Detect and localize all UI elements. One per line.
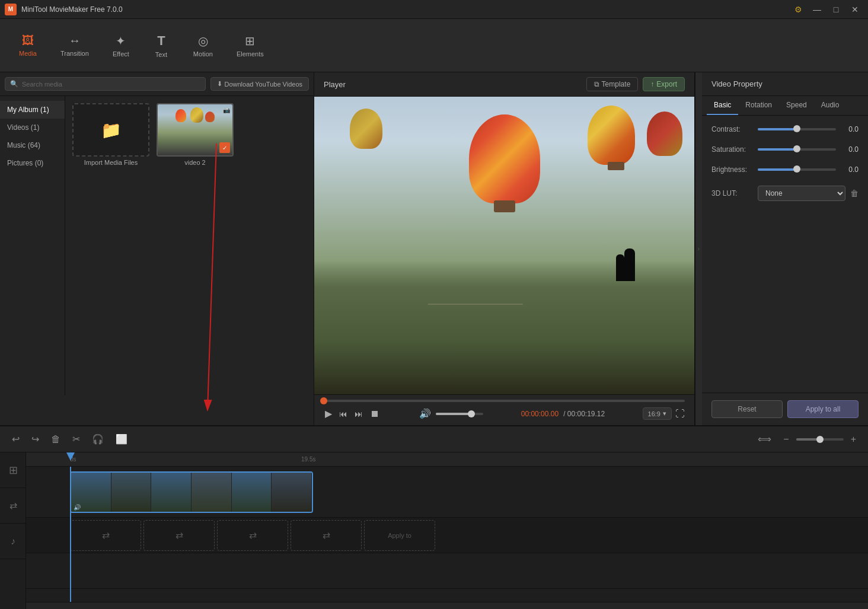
transition-icon: ↔ (69, 34, 81, 47)
reset-button[interactable]: Reset (711, 400, 783, 418)
player-header: Player ⧉ Template ↑ Export (314, 72, 694, 97)
toolbar-effect[interactable]: ✦ Effect (103, 29, 139, 62)
trans-slot-4[interactable]: ⇄ (291, 520, 362, 551)
step-forward-button[interactable]: ⏭ (353, 408, 364, 420)
import-media-item[interactable]: 📁 Import Media Files (72, 103, 149, 166)
tab-rotation[interactable]: Rotation (738, 96, 779, 115)
clip-frame-2 (111, 473, 152, 512)
add-audio-button[interactable]: ♪ (0, 524, 26, 559)
crop-button[interactable]: ⬜ (111, 431, 132, 447)
toolbar-motion-label: Motion (193, 50, 213, 58)
timeline-tools-right: ⟺ − + (753, 431, 861, 447)
import-thumb[interactable]: 📁 (72, 103, 149, 157)
trans-icon-1: ⇄ (102, 530, 110, 541)
volume-icon[interactable]: 🔊 (418, 407, 432, 420)
collapse-handle[interactable]: › (695, 72, 702, 425)
clip-frame-4 (192, 473, 232, 512)
aspect-dropdown-icon: ▾ (663, 410, 666, 417)
minimize-button[interactable]: — (809, 4, 825, 15)
title-bar-controls[interactable]: ⚙ — □ ✕ (790, 4, 863, 15)
settings-icon[interactable]: ⚙ (790, 4, 806, 15)
search-box[interactable]: 🔍 Search media (5, 77, 206, 91)
media-content: 📁 Import Media Files (65, 96, 314, 396)
timeline-split-button[interactable]: ⟺ (753, 431, 776, 447)
toolbar-elements[interactable]: ⊞ Elements (227, 29, 273, 62)
audio-button[interactable]: 🎧 (87, 431, 108, 447)
video-checkmark: ✓ (219, 142, 230, 153)
apply-all-button[interactable]: Apply to all (787, 400, 859, 418)
undo-button[interactable]: ↩ (7, 431, 24, 447)
brightness-slider-container (758, 168, 836, 171)
export-button[interactable]: ↑ Export (643, 77, 685, 91)
delete-button[interactable]: 🗑 (46, 431, 65, 447)
property-footer: Reset Apply to all (702, 393, 868, 425)
category-pictures[interactable]: Pictures (0) (0, 154, 65, 172)
toolbar-media[interactable]: 🖼 Media (9, 29, 46, 62)
zoom-in-button[interactable]: + (846, 432, 861, 447)
progress-bar[interactable] (324, 400, 685, 402)
app-title: MiniTool MovieMaker Free 7.0.0 (21, 5, 123, 14)
close-button[interactable]: ✕ (847, 4, 863, 15)
property-content: Contrast: 0.0 Saturation: (702, 116, 868, 393)
video2-thumb[interactable]: 📷 ✓ (157, 103, 234, 157)
trans-slot-2[interactable]: ⇄ (143, 520, 215, 551)
toolbar-transition-label: Transition (60, 50, 89, 57)
lut-delete-button[interactable]: 🗑 (850, 189, 859, 198)
category-videos[interactable]: Videos (1) (0, 119, 65, 136)
playback-buttons: ▶ ⏮ ⏭ ⏹ (324, 407, 381, 420)
template-icon: ⧉ (594, 80, 599, 88)
time-display-area: 00:00:00.00 / 00:00:19.12 (521, 410, 605, 418)
saturation-row: Saturation: 0.0 (711, 145, 859, 154)
add-media-button[interactable]: ⊞ (0, 452, 26, 488)
download-youtube-button[interactable]: ⬇ Download YouTube Videos (210, 77, 309, 91)
saturation-value: 0.0 (841, 145, 859, 154)
search-placeholder: Search media (22, 81, 62, 88)
stop-button[interactable]: ⏹ (369, 407, 381, 420)
media-panel: 🔍 Search media ⬇ Download YouTube Videos… (0, 72, 314, 425)
transition-track-icon: ⇄ (9, 500, 17, 511)
fullscreen-button[interactable]: ⛶ (675, 409, 685, 419)
maximize-button[interactable]: □ (828, 4, 844, 15)
template-button[interactable]: ⧉ Template (586, 77, 639, 91)
category-music[interactable]: Music (64) (0, 136, 65, 154)
step-back-button[interactable]: ⏮ (338, 408, 349, 420)
lut-label: 3D LUT: (711, 189, 753, 197)
category-album[interactable]: My Album (1) (0, 101, 65, 119)
redo-button[interactable]: ↪ (27, 431, 44, 447)
add-transition-button[interactable]: ⇄ (0, 488, 26, 524)
aspect-ratio-button[interactable]: 16:9 ▾ (643, 407, 672, 420)
effect-icon: ✦ (116, 34, 126, 48)
brightness-fill (758, 168, 797, 171)
video-clip[interactable]: 🔊 (70, 471, 313, 513)
video2-item[interactable]: 📷 ✓ video 2 (157, 103, 234, 166)
tab-basic[interactable]: Basic (707, 96, 738, 115)
current-time: 00:00:00.00 (521, 410, 559, 418)
toolbar-text[interactable]: T Text (143, 28, 179, 63)
tab-speed[interactable]: Speed (779, 96, 814, 115)
contrast-label: Contrast: (711, 125, 753, 133)
lut-select[interactable]: None (758, 186, 845, 201)
zoom-slider[interactable] (796, 438, 844, 441)
trans-slot-3[interactable]: ⇄ (217, 520, 288, 551)
progress-thumb[interactable] (320, 397, 327, 404)
tab-audio[interactable]: Audio (814, 96, 847, 115)
brightness-slider[interactable] (758, 168, 836, 171)
zoom-out-button[interactable]: − (778, 432, 793, 447)
text-icon: T (157, 33, 165, 49)
apply-to-slot[interactable]: Apply to (364, 520, 435, 551)
trans-slot-1[interactable]: ⇄ (70, 520, 141, 551)
toolbar-transition[interactable]: ↔ Transition (51, 29, 98, 62)
saturation-fill (758, 148, 797, 151)
apply-to-label: Apply to (388, 532, 411, 539)
play-button[interactable]: ▶ (324, 407, 333, 420)
toolbar-motion[interactable]: ◎ Motion (184, 29, 222, 62)
timeline-main: 0s 19.5s (26, 452, 868, 609)
control-row: ▶ ⏮ ⏭ ⏹ 🔊 00:00:00.00 / 00: (324, 407, 685, 420)
cut-button[interactable]: ✂ (68, 431, 85, 447)
timeline-scrollbar[interactable] (26, 602, 868, 609)
saturation-slider[interactable] (758, 148, 836, 151)
volume-slider[interactable] (436, 413, 483, 415)
timeline-left-col: ⊞ ⇄ ♪ (0, 452, 26, 609)
contrast-slider[interactable] (758, 128, 836, 130)
clip-audio-icon: 🔊 (74, 504, 81, 511)
